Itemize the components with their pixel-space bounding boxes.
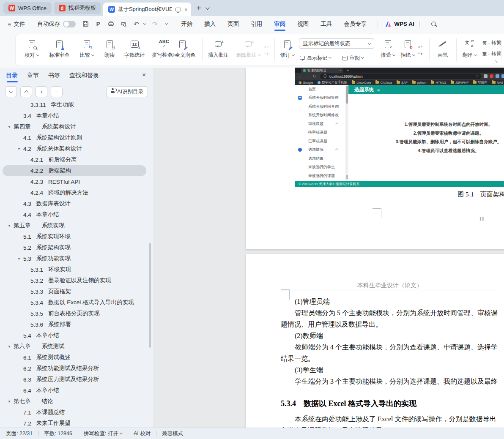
presentation-mode-icon[interactable]	[175, 8, 181, 11]
toc-item[interactable]: ▼ 5.1 系统实现环境	[3, 231, 146, 242]
menu-tab[interactable]: 视图	[291, 16, 315, 32]
toc-item[interactable]: ▼ 5.3.6 系统部署	[3, 319, 146, 330]
toc-item[interactable]: ▼ 4.4 本章小结	[3, 209, 146, 220]
toc-item[interactable]: ▼ 6.3 系统压力测试及结果分析	[3, 374, 146, 385]
toc-item[interactable]: ▼ 4.2.3 RESTful API	[3, 176, 146, 187]
toc-item[interactable]: ▼ 5.3.1 环境实现	[3, 264, 146, 275]
toc-scrollbar[interactable]	[149, 243, 151, 348]
next-comment-icon[interactable]: ↪	[264, 51, 268, 56]
menu-tab[interactable]: 会员专享	[338, 16, 373, 32]
status-page-indicator[interactable]: 页面: 22/31	[6, 430, 33, 437]
document-canvas[interactable]: 管理员控制台 × + ← → ↻ ⓘ localhost:9999/admin …	[153, 68, 504, 428]
pane-tab[interactable]: 书签	[48, 72, 60, 82]
toc-expand-arrow-icon[interactable]: ▼	[17, 257, 23, 261]
save-button[interactable]	[80, 19, 91, 29]
translate-button[interactable]: ⇄ 翻译	[459, 37, 480, 63]
toc-item[interactable]: ▼ 3.4 本章小结	[3, 110, 146, 121]
status-word-count[interactable]: 字数: 12846	[44, 430, 72, 437]
redo-button[interactable]: ↷	[149, 19, 160, 29]
status-spell-check[interactable]: 拼写检查: 打开	[84, 430, 122, 437]
menu-tab[interactable]: 页面	[222, 16, 245, 32]
read-aloud-button[interactable]: )) 朗读	[99, 37, 120, 63]
wps-ai-button[interactable]: WPS AI	[385, 21, 414, 27]
show-markup-button[interactable]: 显示标记	[300, 53, 331, 63]
tab-list-chevron-icon[interactable]	[205, 5, 210, 10]
toc-item[interactable]: ▼ 5.3.5 前台表格分页的实现	[3, 308, 146, 319]
ai-recognize-toc-button[interactable]: AI识别目录	[106, 86, 148, 97]
dialog-launcher-icon[interactable]: ↘	[494, 59, 498, 63]
toolbar-more-chevron-icon[interactable]	[165, 22, 168, 25]
simplified-to-traditional-button[interactable]: 简→ 转繁	[482, 39, 501, 46]
reject-change-button[interactable]: ⊘ 拒绝	[398, 37, 417, 63]
toc-item[interactable]: ▼ 5.4 本章小结	[3, 330, 146, 341]
body-text[interactable]: (1)管理员端管理员端分为 5 个主要功能模块，分别为系统开放时间管理、审核课题…	[281, 296, 499, 428]
toc-item[interactable]: ▼ 4.2.1 前后端分离	[3, 154, 146, 165]
file-menu-button[interactable]: ≡ 文件	[4, 16, 28, 32]
zoom-in-button[interactable]: +	[36, 86, 47, 97]
toc-item[interactable]: ▼ 4.3 数据库表设计	[3, 198, 146, 209]
close-pane-icon[interactable]: ×	[142, 71, 146, 78]
toc-expand-arrow-icon[interactable]: ▼	[8, 125, 14, 129]
toc-expand-arrow-icon[interactable]: ▼	[8, 345, 14, 349]
track-changes-button[interactable]: 修订	[277, 37, 297, 63]
toc-item[interactable]: ▼ 第六章 系统测试	[3, 341, 146, 352]
collapse-all-button[interactable]	[20, 86, 32, 97]
status-compatibility-mode[interactable]: 兼容模式	[162, 430, 183, 437]
tab-wps-home[interactable]: W WPS Office	[3, 2, 52, 14]
standard-review-button[interactable]: 标准审查	[44, 37, 74, 63]
print-button[interactable]	[105, 19, 116, 29]
pane-tab[interactable]: 章节	[27, 72, 39, 82]
previous-comment-icon[interactable]: ↩	[264, 44, 268, 49]
toc-expand-arrow-icon[interactable]: ▼	[8, 224, 14, 228]
tab-current-document[interactable]: W 基于SpringBoot和VUE的学生 ×	[103, 3, 191, 16]
toc-item[interactable]: ▼ 7.2 未来工作展望	[3, 418, 146, 428]
toc-expand-arrow-icon[interactable]: ▼	[8, 400, 14, 404]
autosave-toggle[interactable]	[63, 21, 76, 27]
ink-pen-button[interactable]: 画笔	[433, 37, 453, 63]
print-preview-button[interactable]	[118, 19, 129, 29]
menu-tab[interactable]: 引用	[245, 16, 268, 32]
toc-item[interactable]: ▼ 3.3.11 学生功能	[3, 99, 146, 110]
tab-docer-templates[interactable]: d 找稻壳模板	[54, 2, 101, 14]
close-document-icon[interactable]: ×	[184, 6, 188, 13]
menu-tab[interactable]: 插入	[198, 16, 222, 32]
toc-expand-arrow-icon[interactable]: ▼	[17, 147, 23, 151]
toc-item[interactable]: ▼ 4.2.2 后端架构	[3, 165, 146, 176]
undo-dropdown-chevron-icon[interactable]	[143, 22, 146, 25]
toc-item[interactable]: ▼ 第七章 结论	[3, 396, 146, 407]
pane-tab[interactable]: 查找和替换	[69, 72, 99, 82]
traditional-to-simplified-button[interactable]: 繁→ 转简	[482, 50, 501, 57]
previous-change-icon[interactable]: ↩	[418, 44, 422, 49]
delete-comment-button[interactable]: × 删除批注	[233, 37, 263, 63]
menu-tab[interactable]: 审阅	[268, 16, 291, 32]
insert-comment-button[interactable]: + 插入批注	[205, 37, 231, 63]
autosave-control[interactable]: 自动保存	[34, 16, 79, 32]
toc-item[interactable]: ▼ 5.3 系统功能实现	[3, 253, 146, 264]
compare-button[interactable]: ⇆ 比较	[75, 37, 99, 63]
proofread-button[interactable]: 校对	[20, 37, 44, 63]
toc-item[interactable]: ▼ 6.1 系统测试概述	[3, 352, 146, 363]
toc-item[interactable]: ▼ 7.1 本课题总结	[3, 407, 146, 418]
toc-item[interactable]: ▼ 5.3.3 页面框架	[3, 286, 146, 297]
toc-item[interactable]: ▼ 6.2 系统功能测试及结果分析	[3, 363, 146, 374]
toc-item[interactable]: ▼ 6.4 本章小结	[3, 385, 146, 396]
menu-tab[interactable]: 工具	[315, 16, 338, 32]
toc-item[interactable]: ▼ 第五章 系统实现	[3, 220, 146, 231]
reviewing-pane-button[interactable]: 审阅	[342, 53, 364, 63]
toc-item[interactable]: ▼ 5.3.2 登录验证以及注销的实现	[3, 275, 146, 286]
toc-item[interactable]: ▼ 4.1 系统架构设计原则	[3, 132, 146, 143]
zoom-out-button[interactable]: −	[51, 86, 63, 97]
expand-all-button[interactable]	[5, 86, 17, 97]
new-tab-button[interactable]: +	[197, 3, 201, 13]
markup-state-dropdown[interactable]: 显示标记的最终状态	[299, 38, 374, 49]
toc-item[interactable]: ▼ 第四章 系统架构设计	[3, 121, 146, 132]
next-change-icon[interactable]: ↪	[418, 51, 422, 56]
pane-tab[interactable]: 目录	[6, 72, 18, 82]
undo-button[interactable]: ↶	[131, 19, 142, 29]
toc-item[interactable]: ▼ 5.3.4 数据以 Excel 格式导入导出的实现	[3, 297, 146, 308]
toc-item[interactable]: ▼ 4.2 系统总体架构设计	[3, 143, 146, 154]
accept-change-button[interactable]: ✓ 接受	[378, 37, 397, 63]
toc-item[interactable]: ▼ 5.2 系统架构实现	[3, 242, 146, 253]
word-count-button[interactable]: 12 字数统计	[121, 37, 148, 63]
export-pdf-button[interactable]: P	[93, 19, 104, 29]
